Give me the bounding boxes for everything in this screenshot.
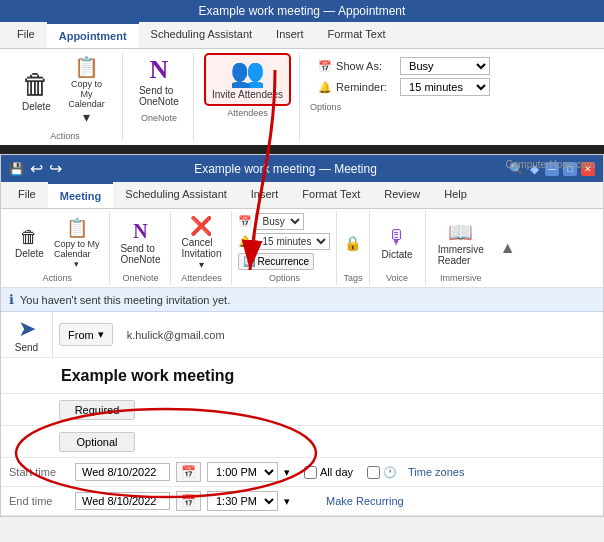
- copy-calendar-button-bottom[interactable]: 📋 Copy to MyCalendar ▾: [50, 215, 104, 271]
- info-bar: ℹ You haven't sent this meeting invitati…: [1, 288, 603, 312]
- title-bar-top: Example work meeting — Appointment: [0, 0, 604, 22]
- onenote-icon-bottom: N: [133, 220, 147, 243]
- onenote-group-bottom: N Send toOneNote OneNote: [110, 211, 171, 285]
- tab-insert-top[interactable]: Insert: [264, 22, 316, 48]
- required-button[interactable]: Required: [59, 400, 135, 420]
- cancel-invitation-icon: ❌: [190, 215, 212, 237]
- undo-icon: ↩: [30, 159, 43, 178]
- optional-button[interactable]: Optional: [59, 432, 135, 452]
- dictate-button[interactable]: 🎙 Dictate: [376, 224, 419, 262]
- from-row: ➤ Send From ▾ k.hulick@gmail.com: [1, 312, 603, 358]
- ribbon-tabs-bottom: File Meeting Scheduling Assistant Insert…: [1, 182, 603, 209]
- immersive-group-bottom: 📖 ImmersiveReader Immersive: [426, 211, 496, 285]
- ribbon-tabs-top: File Appointment Scheduling Assistant In…: [0, 22, 604, 49]
- ribbon-top: 🗑 Delete 📋 Copy to MyCalendar ▾ Actions …: [0, 49, 604, 145]
- reminder-select-top[interactable]: 15 minutes: [400, 78, 490, 96]
- from-email: k.hulick@gmail.com: [119, 325, 603, 345]
- copy-calendar-icon: 📋: [74, 57, 99, 77]
- lock-icon: 🔒: [344, 235, 361, 251]
- meeting-window: 💾 ↩ ↪ Example work meeting — Meeting 🔍 ◆…: [0, 154, 604, 517]
- bell-icon-bottom: 🔔: [238, 235, 252, 248]
- tab-format-text-top[interactable]: Format Text: [316, 22, 398, 48]
- start-date-input[interactable]: [75, 463, 170, 481]
- start-time-label: Start time: [9, 466, 69, 478]
- info-icon: ℹ: [9, 292, 14, 307]
- delete-icon: 🗑: [22, 71, 50, 99]
- options-group-top: 📅 Show As: Busy 🔔 Reminder: 15 minutes: [302, 53, 506, 141]
- end-date-input[interactable]: [75, 492, 170, 510]
- title-text-top: Example work meeting — Appointment: [199, 4, 406, 18]
- ribbon-expand-icon[interactable]: ▲: [496, 235, 520, 261]
- all-day-checkbox[interactable]: [304, 466, 317, 479]
- start-time-select[interactable]: 1:00 PM: [207, 462, 278, 482]
- end-time-label: End time: [9, 495, 69, 507]
- copy-to-calendar-button[interactable]: 📋 Copy to MyCalendar ▾: [59, 53, 114, 129]
- microphone-icon: 🎙: [387, 226, 407, 249]
- from-button[interactable]: From ▾: [59, 323, 113, 346]
- meeting-title-input[interactable]: [53, 363, 603, 389]
- time-zones-label: 🕐 Time zones: [367, 466, 464, 479]
- all-day-label: All day: [304, 466, 353, 479]
- end-date-calendar-button[interactable]: 📅: [176, 491, 201, 511]
- title-row: [1, 358, 603, 394]
- tab-file-bottom[interactable]: File: [6, 182, 48, 208]
- tab-help[interactable]: Help: [432, 182, 479, 208]
- form-area: ➤ Send From ▾ k.hulick@gmail.com Require…: [1, 312, 603, 516]
- delete-icon-bottom: 🗑: [20, 227, 38, 248]
- calendar-icon-top: 📅: [318, 60, 332, 73]
- tab-review[interactable]: Review: [372, 182, 432, 208]
- ribbon-bottom: 🗑 Delete 📋 Copy to MyCalendar ▾ Actions …: [1, 209, 603, 288]
- start-time-row: Start time 📅 1:00 PM ▾ All day 🕐 Time zo…: [1, 458, 603, 487]
- immersive-reader-icon: 📖: [448, 220, 473, 244]
- title-text-bottom: Example work meeting — Meeting: [68, 162, 503, 176]
- delete-button-top[interactable]: 🗑 Delete: [16, 67, 57, 116]
- tab-scheduling-top[interactable]: Scheduling Assistant: [139, 22, 265, 48]
- delete-button-bottom[interactable]: 🗑 Delete: [11, 225, 48, 261]
- immersive-reader-button[interactable]: 📖 ImmersiveReader: [432, 218, 490, 268]
- tab-appointment[interactable]: Appointment: [47, 22, 139, 48]
- tab-scheduling-bottom[interactable]: Scheduling Assistant: [113, 182, 239, 208]
- attendees-group-top: 👥 Invite Attendees Attendees: [196, 53, 300, 141]
- start-date-calendar-button[interactable]: 📅: [176, 462, 201, 482]
- optional-row: Optional: [1, 426, 603, 458]
- info-text: You haven't sent this meeting invitation…: [20, 294, 230, 306]
- redo-icon: ↪: [49, 159, 62, 178]
- make-recurring-link[interactable]: Make Recurring: [326, 495, 404, 507]
- tags-group-bottom: 🔒 Tags: [337, 211, 369, 285]
- onenote-group-top: N Send toOneNote OneNote: [125, 53, 194, 141]
- send-onenote-button-bottom[interactable]: N Send toOneNote: [116, 218, 164, 267]
- attendees-group-bottom: ❌ CancelInvitation ▾ Attendees: [171, 211, 232, 285]
- clock-icon: 🕐: [383, 466, 397, 479]
- tab-file-top[interactable]: File: [5, 22, 47, 48]
- onenote-icon: N: [150, 57, 169, 83]
- required-attendees-input[interactable]: [141, 400, 603, 420]
- time-zones-checkbox[interactable]: [367, 466, 380, 479]
- show-as-select[interactable]: Busy: [400, 57, 490, 75]
- end-time-select[interactable]: 1:30 PM: [207, 491, 278, 511]
- time-zones-link[interactable]: Time zones: [408, 466, 464, 478]
- cancel-invitation-button[interactable]: ❌ CancelInvitation ▾: [177, 213, 225, 272]
- invite-attendees-icon: 👥: [230, 59, 265, 87]
- actions-group-top: 🗑 Delete 📋 Copy to MyCalendar ▾ Actions: [8, 53, 123, 141]
- show-as-select-bottom[interactable]: Busy: [255, 213, 304, 230]
- save-icon-bottom: 💾: [9, 162, 24, 176]
- options-group-bottom: 📅 Busy 🔔 15 minutes 🔄 Recurrence: [232, 211, 337, 285]
- tab-insert-bottom[interactable]: Insert: [239, 182, 291, 208]
- tab-format-text-bottom[interactable]: Format Text: [290, 182, 372, 208]
- send-to-onenote-button-top[interactable]: N Send toOneNote: [133, 53, 185, 111]
- voice-group-bottom: 🎙 Dictate Voice: [370, 211, 426, 285]
- required-row: Required: [1, 394, 603, 426]
- send-button[interactable]: ➤ Send: [1, 312, 53, 357]
- reminder-select-bottom[interactable]: 15 minutes: [255, 233, 330, 250]
- bell-icon-top: 🔔: [318, 81, 332, 94]
- appointment-window: Example work meeting — Appointment File …: [0, 0, 604, 148]
- send-icon: ➤: [18, 316, 36, 342]
- copy-icon-bottom: 📋: [66, 217, 88, 239]
- optional-attendees-input[interactable]: [141, 432, 603, 452]
- invite-attendees-button[interactable]: 👥 Invite Attendees: [204, 53, 291, 106]
- end-time-row: End time 📅 1:30 PM ▾ Make Recurring: [1, 487, 603, 516]
- actions-group-bottom: 🗑 Delete 📋 Copy to MyCalendar ▾ Actions: [5, 211, 110, 285]
- tab-meeting[interactable]: Meeting: [48, 182, 114, 208]
- recurrence-icon: 🔄: [243, 256, 255, 267]
- recurrence-button[interactable]: 🔄 Recurrence: [238, 253, 314, 270]
